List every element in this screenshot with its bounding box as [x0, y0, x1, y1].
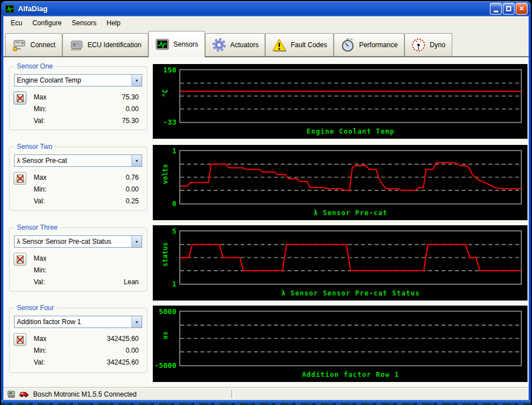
minimize-button[interactable] [490, 3, 502, 15]
gear-icon [212, 38, 226, 52]
chart-title: λ Sensor Pre-cat [179, 209, 522, 217]
clear-graph-button[interactable] [13, 253, 26, 266]
clear-graph-icon [16, 94, 25, 103]
chevron-down-icon[interactable]: ▼ [131, 316, 142, 327]
app-icon [4, 4, 15, 14]
max-label: Max [34, 92, 74, 103]
menubar: Ecu Configure Sensors Help [3, 16, 529, 30]
status-divider [231, 390, 234, 398]
chart-lambda-pre-cat: 1 volts 0 λ Sensor Pre-cat [153, 145, 528, 220]
y-axis-max-label: 5 [153, 227, 176, 235]
max-value: 0.76 [74, 172, 139, 184]
val-label: Val: [34, 195, 74, 207]
sensor-two-group: Sensor Two λ Sensor Pre-cat ▼ Max0.76 Mi… [9, 147, 147, 211]
y-axis-unit-label: volts [161, 161, 169, 187]
y-axis-unit-label: status [161, 242, 169, 267]
val-value: 75.30 [74, 115, 139, 127]
device-icon [7, 389, 16, 399]
tab-sensors[interactable]: Sensors [148, 31, 205, 57]
min-label: Min: [34, 265, 74, 276]
sensor-four-select[interactable]: Addition factor Row 1 ▼ [14, 316, 142, 328]
selected-sensor: λ Sensor Sensor Pre-cat Status [15, 236, 131, 247]
scope-icon [155, 37, 170, 52]
max-value: 75.30 [74, 92, 139, 103]
chart-lambda-pre-cat-status: 5 status 1 λ Sensor Sensor Pre-cat Statu… [153, 225, 528, 301]
y-axis-min-label: -5000 [153, 361, 176, 370]
chevron-down-icon[interactable]: ▼ [131, 236, 142, 247]
sensor-three-select[interactable]: λ Sensor Sensor Pre-cat Status ▼ [14, 235, 142, 248]
selected-sensor: Engine Coolant Temp [15, 75, 131, 86]
chevron-down-icon[interactable]: ▼ [131, 75, 142, 86]
chart-title: Addition factor Row 1 [179, 371, 522, 379]
clear-graph-button[interactable] [13, 92, 26, 104]
clear-graph-button[interactable] [13, 172, 26, 185]
tab-label: Connect [30, 41, 56, 49]
max-value [74, 253, 139, 265]
min-label: Min: [34, 184, 74, 195]
clear-graph-icon [16, 174, 25, 183]
clear-graph-icon [16, 335, 25, 344]
main-area: Sensor One Engine Coolant Temp ▼ Max75.3… [3, 57, 529, 388]
group-label: Sensor Three [15, 224, 60, 231]
warning-icon [272, 38, 287, 52]
tab-label: Sensors [174, 40, 198, 48]
max-label: Max [34, 172, 74, 184]
stopwatch-icon [340, 38, 355, 52]
toolbar: Connect ECU Identification Sensors Actua… [3, 30, 529, 57]
clear-graph-button[interactable] [13, 333, 26, 346]
connection-status: Bosch Motronic M1.5.5 Connected [33, 390, 137, 398]
sensor-four-group: Sensor Four Addition factor Row 1 ▼ Max3… [9, 308, 147, 373]
screen: AlfaDiag ✕ Ecu Configure Sensors Help Co… [0, 0, 532, 405]
tab-label: Actuators [230, 41, 259, 49]
tab-dyno[interactable]: Dyno [404, 33, 452, 56]
tab-ecu-identification[interactable]: ECU Identification [62, 33, 148, 56]
window-title: AlfaDiag [18, 4, 48, 13]
tab-performance[interactable]: Performance [334, 33, 404, 56]
y-axis-min-label: 1 [153, 280, 176, 288]
menu-ecu[interactable]: Ecu [6, 17, 28, 29]
group-label: Sensor One [15, 62, 55, 70]
selected-sensor: Addition factor Row 1 [15, 316, 131, 327]
chart-addition-factor: 5000 us -5000 Addition factor Row 1 [153, 306, 528, 382]
clear-graph-icon [16, 255, 25, 264]
y-axis-max-label: 5000 [153, 307, 176, 316]
y-axis-min-label: -33 [153, 118, 176, 126]
val-value: 0.25 [74, 195, 139, 207]
menu-sensors[interactable]: Sensors [67, 17, 102, 29]
max-label: Max [34, 333, 74, 345]
tab-actuators[interactable]: Actuators [205, 33, 266, 56]
max-label: Max [34, 253, 74, 265]
tab-label: Fault Codes [290, 41, 327, 49]
y-axis-unit-label: us [161, 322, 169, 348]
group-label: Sensor Two [15, 143, 54, 151]
menu-configure[interactable]: Configure [28, 17, 67, 29]
val-value: Lean [74, 276, 139, 288]
val-label: Val: [34, 115, 74, 127]
sensor-one-group: Sensor One Engine Coolant Temp ▼ Max75.3… [9, 66, 147, 130]
chevron-down-icon[interactable]: ▼ [131, 155, 142, 166]
min-value [74, 265, 139, 276]
sensor-one-select[interactable]: Engine Coolant Temp ▼ [14, 74, 142, 87]
tab-label: Dyno [430, 41, 445, 49]
gauge-icon [411, 38, 426, 52]
chart-title: Engine Coolant Temp [179, 128, 522, 135]
chart-plot [179, 150, 522, 204]
tab-label: ECU Identification [88, 41, 142, 49]
chart-plot [179, 311, 522, 366]
chart-title: λ Sensor Sensor Pre-cat Status [179, 289, 522, 297]
sensor-two-select[interactable]: λ Sensor Pre-cat ▼ [14, 154, 142, 167]
val-label: Val: [34, 357, 74, 368]
min-value: 0.00 [74, 103, 139, 115]
close-button[interactable]: ✕ [516, 3, 528, 15]
tab-fault-codes[interactable]: Fault Codes [265, 33, 334, 56]
min-value: 0.00 [74, 345, 139, 357]
max-value: 342425.60 [74, 333, 139, 345]
y-axis-min-label: 0 [153, 199, 176, 208]
connector-icon [12, 38, 26, 52]
sensor-three-group: Sensor Three λ Sensor Sensor Pre-cat Sta… [9, 227, 147, 292]
group-label: Sensor Four [15, 304, 56, 312]
min-label: Min: [34, 103, 74, 115]
tab-connect[interactable]: Connect [5, 33, 62, 56]
maximize-button[interactable] [503, 3, 515, 15]
menu-help[interactable]: Help [102, 17, 126, 29]
